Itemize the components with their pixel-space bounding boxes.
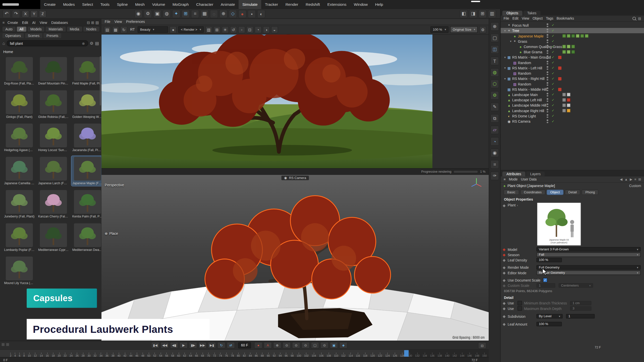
object-properties-tab[interactable]: Object (547, 190, 564, 195)
enabled-check-icon[interactable]: ✓ (552, 71, 554, 75)
history-icon[interactable]: ▦ (112, 26, 119, 33)
key-pla-toggle[interactable]: ⊙ (320, 342, 329, 348)
menubar-item[interactable]: Redshift (302, 0, 324, 9)
asset-thumbnail[interactable]: Field Maple (Fall, Plant) (71, 56, 101, 86)
visibility-dots[interactable] (547, 119, 548, 123)
object-manager-menu[interactable]: File (504, 16, 509, 20)
end-frame-field[interactable]: 72 F (595, 346, 601, 349)
grid-plane-icon[interactable]: ⌗ (490, 160, 499, 169)
save-image-icon[interactable]: ▤ (104, 26, 111, 33)
asset-thumbnail[interactable]: Mediterranean Dwarf ... (71, 222, 101, 252)
object-name[interactable]: Random (517, 71, 531, 75)
autokey-button[interactable]: A (264, 342, 272, 348)
object-manager-menu[interactable]: Tags (546, 16, 553, 20)
camera-tool-icon[interactable]: ◉ (490, 149, 499, 157)
object-row[interactable]: ⌖ Focus Null ✓ (501, 23, 644, 28)
lock-panel-icon[interactable]: ⊞ (638, 177, 641, 181)
model-dropdown[interactable]: Variant 3 Full-Grown (536, 247, 641, 252)
mini-fcurve-button[interactable]: ◈ (339, 342, 348, 348)
redshift-tag-icon[interactable] (558, 98, 561, 102)
object-properties-tab[interactable]: Phong (582, 190, 598, 195)
render-view-icon[interactable]: ◉ (134, 10, 143, 18)
visibility-dots[interactable] (547, 93, 548, 97)
play-button[interactable]: ▶ (179, 342, 188, 348)
enabled-check-icon[interactable]: ✓ (552, 114, 554, 118)
object-manager-menu[interactable]: Bookmarks (557, 16, 574, 20)
asset-thumbnail[interactable]: Japanese Larch (Fall, P... (37, 156, 69, 186)
visibility-dots[interactable] (547, 109, 548, 113)
redshift-tag-icon[interactable] (558, 104, 561, 107)
search-icon[interactable] (633, 17, 636, 20)
enabled-check-icon[interactable]: ✓ (552, 23, 554, 27)
object-name[interactable]: RS Dome Light (511, 114, 536, 118)
enabled-check-icon[interactable]: ✓ (552, 77, 554, 80)
attribute-tab[interactable]: Layers (526, 171, 545, 176)
menubar-item[interactable]: Modes (59, 0, 78, 9)
keyframe-icon[interactable]: ◇ (229, 10, 237, 18)
object-manager-menu[interactable]: View (522, 16, 529, 20)
object-name[interactable]: Landscape Main (511, 93, 538, 97)
asset-browser-menu[interactable]: Create (6, 20, 20, 24)
object-name[interactable]: Tree (511, 28, 519, 32)
panel-menu-icon[interactable]: ≡ (504, 177, 506, 181)
mode-menu[interactable]: Mode (509, 177, 518, 181)
interactive-render-icon[interactable]: ▣ (153, 10, 162, 18)
asset-filter-tab[interactable]: Materials (46, 27, 66, 32)
simulation-scene-icon[interactable]: ◍ (490, 68, 499, 77)
home-icon[interactable]: ⌂ (3, 41, 5, 46)
asset-filter-tab[interactable]: Presets (44, 33, 61, 38)
team-render-icon[interactable]: ⊞ (182, 10, 190, 18)
panel-menu-icon[interactable]: ≡ (3, 20, 5, 24)
goto-end-button[interactable]: ▶▮ (208, 342, 216, 348)
asset-thumbnail[interactable]: Mediterranean Cypres... (37, 222, 69, 252)
asset-filter-tab[interactable]: Nodes (83, 27, 99, 32)
subdivision-mode-dropdown[interactable]: By Level (536, 314, 562, 319)
menubar-item[interactable]: Animate (217, 0, 239, 9)
render-view-menu[interactable]: File (105, 20, 110, 24)
object-name[interactable]: RS Matrix - Middle Hill (511, 87, 547, 91)
object-row[interactable]: ▨ Random ✓ (501, 81, 644, 86)
attribute-tab[interactable]: Attributes (502, 171, 525, 176)
render-settings-gear-icon[interactable]: ⚙ (479, 26, 486, 33)
grid-view-icon[interactable]: ⊞ (91, 20, 94, 24)
compare-dropdown[interactable]: < Render > (178, 26, 204, 33)
split-view-icon[interactable]: ⧉ (490, 114, 499, 123)
object-name[interactable]: Grass (517, 39, 527, 43)
object-name[interactable]: Landscape Middle Hill (511, 103, 546, 107)
key-scale-toggle[interactable]: ⊙ (292, 342, 300, 348)
menubar-item[interactable]: Render (282, 0, 302, 9)
object-name[interactable]: Landscape Left Hill (511, 98, 542, 102)
settings-icon[interactable]: ⚙ (90, 41, 94, 46)
zoom-dropdown[interactable]: 100 % (430, 26, 449, 33)
prev-key-button[interactable]: ◀◀ (160, 342, 169, 348)
visibility-dots[interactable] (547, 45, 548, 49)
visibility-dots[interactable] (547, 23, 548, 27)
enabled-check-icon[interactable]: ✓ (552, 45, 554, 49)
use-document-scale-checkbox[interactable]: ✓ (543, 278, 547, 282)
nav-back-icon[interactable]: ◀ (620, 177, 622, 181)
render-view-image[interactable] (101, 34, 489, 168)
asset-thumbnail[interactable]: Lombardy Poplar (Fall... (3, 222, 35, 252)
size-dropdown[interactable]: Original Size (450, 26, 478, 33)
autokey-icon[interactable]: ● (238, 10, 247, 18)
channel-red-icon[interactable]: ◔ (255, 26, 262, 33)
asset-browser-menu[interactable]: View (37, 20, 49, 24)
redshift-tag-icon[interactable] (558, 56, 561, 59)
visibility-dots[interactable] (547, 77, 548, 80)
redshift-tag-icon[interactable] (558, 45, 561, 48)
object-name[interactable]: Random (517, 61, 531, 65)
material-chips[interactable] (562, 109, 570, 113)
channel-alpha-icon[interactable]: ◑ (263, 26, 270, 33)
list-icon[interactable]: ≡ (634, 177, 636, 181)
key-position-toggle[interactable]: ⊙ (283, 342, 291, 348)
expand-arrow-icon[interactable]: ▾ (503, 29, 507, 32)
redshift-tag-icon[interactable] (558, 66, 561, 70)
menubar-item[interactable]: Help (371, 0, 387, 9)
asset-filter-tab[interactable]: Media (67, 27, 82, 32)
range-start-field[interactable]: 0 F (3, 358, 8, 362)
menubar-item[interactable]: Extensions (324, 0, 350, 9)
loop-mode-button[interactable]: ↻ (217, 342, 226, 348)
custom-scale-unit-dropdown[interactable]: Centimeters (558, 283, 593, 288)
object-name[interactable]: RS Matrix - Main Ground (511, 55, 551, 59)
asset-thumbnail[interactable]: Golden Weeping Willo... (71, 89, 101, 119)
